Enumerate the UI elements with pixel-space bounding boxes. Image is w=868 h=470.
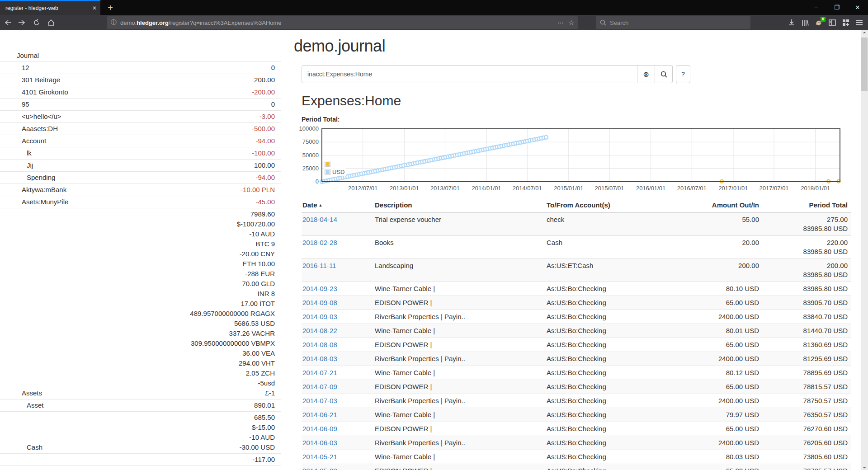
browser-search-box[interactable]: Search <box>596 16 750 29</box>
register-row[interactable]: 2018-02-28BooksCash20.00220.0083985.80 U… <box>302 236 851 259</box>
register-row[interactable]: 2014-07-09EDISON POWER |As:US:Bo:Checkin… <box>302 380 851 394</box>
sidebar-account-link[interactable]: Jij <box>0 160 254 170</box>
transaction-date-link[interactable]: 2014-09-08 <box>302 299 337 306</box>
transaction-date-link[interactable]: 2014-06-03 <box>302 439 337 446</box>
downloads-icon[interactable] <box>785 16 798 29</box>
svg-text:100000: 100000 <box>299 125 319 132</box>
sidebar-account-link[interactable]: 12 <box>0 63 271 73</box>
register-row[interactable]: 2014-07-03RiverBank Properties | Payin..… <box>302 394 851 408</box>
register-row[interactable]: 2014-06-03RiverBank Properties | Payin..… <box>302 436 851 450</box>
transaction-date-link[interactable]: 2014-07-21 <box>302 369 337 376</box>
transaction-date-link[interactable]: 2014-05-21 <box>302 453 337 461</box>
page-actions-icon[interactable]: ⋯ <box>557 19 564 26</box>
sidebars-icon[interactable] <box>826 16 839 29</box>
column-header-period-total[interactable]: Period Total <box>763 198 851 212</box>
sidebar-account-link[interactable]: lk <box>0 148 252 158</box>
transaction-date-link[interactable]: 2018-02-28 <box>302 239 337 246</box>
sidebar-account-link[interactable]: <u>hello</u> <box>0 112 259 122</box>
transaction-date-link[interactable]: 2014-09-23 <box>302 285 337 292</box>
legend-swatch <box>325 169 330 175</box>
balance-amount: 0 <box>271 63 275 73</box>
sidebar-account-link[interactable]: 4101 Girokonto <box>0 87 252 97</box>
column-header-to-from-account-s-[interactable]: To/From Account(s) <box>546 198 695 212</box>
transaction-date-link[interactable]: 2014-07-03 <box>302 397 337 404</box>
register-row[interactable]: 2014-09-03RiverBank Properties | Payin..… <box>302 310 851 324</box>
transaction-date-link[interactable]: 2014-06-09 <box>302 425 337 432</box>
library-icon[interactable] <box>798 16 812 29</box>
register-row[interactable]: 2014-06-21Wine-Tarner Cable |As:US:Bo:Ch… <box>302 408 851 422</box>
register-row[interactable]: 2014-09-23Wine-Tarner Cable |As:US:Bo:Ch… <box>302 282 851 296</box>
period-total: 200.0083985.80 USD <box>763 259 851 282</box>
balance-amount: 0 <box>271 99 275 109</box>
forward-icon[interactable] <box>15 17 29 28</box>
register-row[interactable]: 2014-08-03RiverBank Properties | Payin..… <box>302 352 851 366</box>
extension-icon[interactable]: 0 <box>812 16 826 29</box>
balance-amount: -94.00 <box>255 136 275 146</box>
transaction-date-link[interactable]: 2014-08-03 <box>302 355 337 362</box>
sidebar-account-link[interactable]: Aktywa:mBank <box>0 185 241 195</box>
register-row[interactable]: 2016-11-11LandscapingAs:US:ET:Cash200.00… <box>302 259 851 282</box>
column-header-amount-out-in[interactable]: Amount Out/In <box>695 198 763 212</box>
tab-close-icon[interactable]: ✕ <box>92 5 97 11</box>
scroll-down-icon[interactable]: ⌄ <box>861 463 868 470</box>
register-row[interactable]: 2014-08-22Wine-Tarner Cable |As:US:Bo:Ch… <box>302 324 851 338</box>
bookmark-star-icon[interactable]: ☆ <box>568 19 574 26</box>
register-row[interactable]: 2018-04-14Trial expense vouchercheck55.0… <box>302 212 851 236</box>
sidebar-account-link[interactable]: Spending <box>0 173 255 183</box>
restore-button[interactable]: ❐ <box>826 0 847 15</box>
sidebar-account-link[interactable]: Account <box>0 136 255 146</box>
browser-tab[interactable]: register - hledger-web ✕ <box>0 0 100 15</box>
sidebar-account-row: Aktywa:mBank-10.00 PLN <box>0 184 281 196</box>
clear-query-button[interactable]: ⊗ <box>637 65 655 83</box>
transaction-date-link[interactable]: 2014-08-22 <box>302 327 337 334</box>
transaction-date-link[interactable]: 2014-09-03 <box>302 313 337 320</box>
register-row[interactable]: 2014-08-08EDISON POWER |As:US:Bo:Checkin… <box>302 338 851 352</box>
register-row[interactable]: 2014-07-21Wine-Tarner Cable |As:US:Bo:Ch… <box>302 366 851 380</box>
register-row[interactable]: 2014-05-08EDISON POWER |As:US:Bo:Checkin… <box>302 464 851 470</box>
grid-plus-icon[interactable] <box>839 16 853 29</box>
column-header-description[interactable]: Description <box>374 198 546 212</box>
sidebar-account-link[interactable]: Asets:MunyPile <box>0 197 255 207</box>
transaction-date-link[interactable]: 2018-04-14 <box>302 216 337 223</box>
balance-amount: 70.00 GLD <box>190 279 275 289</box>
column-header-date[interactable]: Date▲ <box>302 198 374 212</box>
transaction-date-link[interactable]: 2016-11-11 <box>302 262 336 269</box>
transaction-date-link[interactable]: 2014-06-21 <box>302 411 337 418</box>
sidebar-account-link[interactable]: Cash <box>0 442 240 452</box>
sidebar-account-link[interactable]: 301 Beiträge <box>0 75 254 85</box>
page-info-icon[interactable]: ⓘ <box>111 19 117 27</box>
accounts-sidebar: Journal120301 Beiträge200.004101 Girokon… <box>0 50 281 466</box>
svg-text:2013/07/01: 2013/07/01 <box>430 185 460 192</box>
reload-icon[interactable] <box>30 17 43 28</box>
journal-title: demo.journal <box>294 37 858 56</box>
balance-amount: 890.01 <box>254 400 275 410</box>
sidebar-account-link[interactable]: Assets <box>0 388 190 398</box>
sidebar-account-link[interactable]: Asset <box>0 400 254 410</box>
back-icon[interactable] <box>1 17 14 28</box>
register-row[interactable]: 2014-05-21Wine-Tarner Cable |As:US:Bo:Ch… <box>302 450 851 464</box>
new-tab-button[interactable]: + <box>104 2 117 14</box>
scrollbar-thumb[interactable] <box>861 38 868 91</box>
home-icon[interactable] <box>44 17 58 28</box>
sidebar-account-row: Account-94.00 <box>0 135 281 147</box>
period-total-line: 83985.80 USD <box>764 224 848 233</box>
period-total-line: 275.00 <box>764 215 848 224</box>
query-input[interactable] <box>302 65 637 83</box>
register-row[interactable]: 2014-09-08EDISON POWER |As:US:Bo:Checkin… <box>302 296 851 310</box>
minimize-button[interactable]: – <box>806 0 826 15</box>
close-button[interactable]: ✕ <box>847 0 868 15</box>
sidebar-account-link[interactable]: Aaasets:DH <box>0 124 252 134</box>
sidebar-account-link[interactable]: 95 <box>0 99 271 109</box>
scroll-up-icon[interactable]: ⌃ <box>861 30 868 38</box>
page-scrollbar[interactable]: ⌃ ⌄ <box>861 30 868 470</box>
transaction-date-link[interactable]: 2014-07-09 <box>302 383 337 390</box>
transaction-date-link[interactable]: 2014-05-08 <box>302 467 337 470</box>
help-button[interactable]: ? <box>676 65 690 83</box>
register-row[interactable]: 2014-06-09EDISON POWER |As:US:Bo:Checkin… <box>302 422 851 436</box>
url-bar[interactable]: ⓘ demo.hledger.org/register?q=inacct%3AE… <box>107 16 578 29</box>
sidebar-account-link[interactable]: Journal <box>0 51 275 61</box>
svg-text:75000: 75000 <box>302 138 319 145</box>
transaction-date-link[interactable]: 2014-08-08 <box>302 341 337 348</box>
menu-icon[interactable] <box>853 16 866 29</box>
search-button[interactable] <box>655 65 673 83</box>
